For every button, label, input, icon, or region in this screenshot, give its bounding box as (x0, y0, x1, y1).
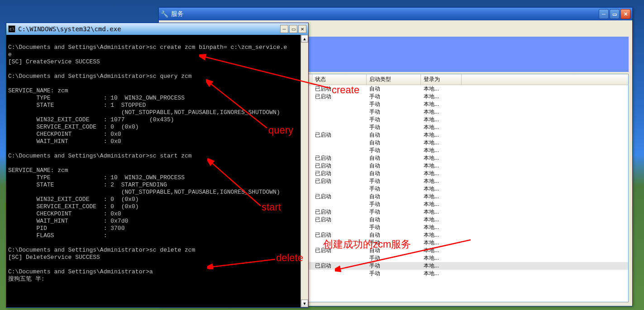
cmd-line (8, 145, 306, 153)
services-titlebar[interactable]: 🔧 服务 ─ ▭ ✕ (159, 8, 632, 20)
cmd-line: WIN32_EXIT_CODE : 1077 (0x435) (8, 116, 306, 124)
cmd-line: C:\Documents and Settings\Administrator>… (8, 268, 306, 276)
cmd-line (8, 66, 306, 73)
cmd-line: [SC] CreateService SUCCESS (8, 58, 306, 66)
services-title: 服务 (171, 10, 599, 18)
cmd-icon: c:\ (8, 25, 15, 33)
cmd-line: WAIT_HINT : 0x0 (8, 138, 306, 145)
cmd-line: C:\Documents and Settings\Administrator>… (8, 73, 306, 80)
cmd-titlebar[interactable]: c:\ C:\WINDOWS\system32\cmd.exe ─ ▭ ✕ (6, 23, 308, 35)
col-startup[interactable]: 启动类型 (367, 74, 421, 85)
cmd-line: C:\Documents and Settings\Administrator>… (8, 44, 306, 51)
cmd-close-button[interactable]: ✕ (298, 25, 306, 33)
col-status[interactable]: 状态 (312, 74, 367, 85)
scroll-down-button[interactable]: ▼ (301, 300, 308, 307)
cmd-line (8, 80, 306, 87)
cmd-line (8, 239, 306, 247)
cmd-body[interactable]: C:\Documents and Settings\Administrator>… (6, 35, 308, 307)
cmd-line: TYPE : 10 WIN32_OWN_PROCESS (8, 95, 306, 102)
cmd-line: PID : 3700 (8, 225, 306, 232)
cmd-line: FLAGS : (8, 232, 306, 239)
cmd-line (8, 261, 306, 268)
cmd-line: SERVICE_EXIT_CODE : 0 (0x0) (8, 124, 306, 131)
cmd-scrollbar[interactable]: ▲ ▼ (301, 35, 308, 307)
cmd-line (8, 160, 306, 167)
cmd-line: CHECKPOINT : 0x0 (8, 131, 306, 138)
close-button[interactable]: ✕ (620, 9, 630, 19)
cmd-line: C:\Documents and Settings\Administrator>… (8, 153, 306, 160)
cmd-line: (NOT_STOPPABLE,NOT_PAUSABLE,IGNORES_SHUT… (8, 189, 306, 196)
cmd-line (8, 37, 306, 44)
maximize-button[interactable]: ▭ (610, 9, 620, 19)
cmd-title: C:\WINDOWS\system32\cmd.exe (18, 25, 279, 33)
cmd-minimize-button[interactable]: ─ (280, 25, 288, 33)
scroll-up-button[interactable]: ▲ (301, 35, 308, 43)
cmd-line: SERVICE_NAME: zcm (8, 167, 306, 174)
cmd-line: WIN32_EXIT_CODE : 0 (0x0) (8, 196, 306, 203)
cmd-line: e (8, 51, 306, 58)
cmd-window: c:\ C:\WINDOWS\system32\cmd.exe ─ ▭ ✕ C:… (6, 23, 309, 308)
cmd-line: C:\Documents and Settings\Administrator>… (8, 247, 306, 254)
minimize-button[interactable]: ─ (599, 9, 609, 19)
cmd-line: STATE : 1 STOPPED (8, 102, 306, 109)
cmd-line: (NOT_STOPPABLE,NOT_PAUSABLE,IGNORES_SHUT… (8, 109, 306, 116)
cmd-line: SERVICE_NAME: zcm (8, 87, 306, 95)
col-logon[interactable]: 登录为 (421, 74, 462, 85)
cmd-line: SERVICE_EXIT_CODE : 0 (0x0) (8, 203, 306, 210)
cmd-line: STATE : 2 START_PENDING (8, 181, 306, 189)
services-icon: 🔧 (161, 10, 168, 18)
cmd-line: TYPE : 10 WIN32_OWN_PROCESS (8, 174, 306, 181)
cmd-maximize-button[interactable]: ▭ (289, 25, 297, 33)
cmd-line: [SC] DeleteService SUCCESS (8, 254, 306, 261)
cmd-line: 搜狗五笔 半: (8, 276, 306, 283)
cmd-line: CHECKPOINT : 0x0 (8, 210, 306, 218)
cmd-line: WAIT_HINT : 0x7d0 (8, 218, 306, 225)
